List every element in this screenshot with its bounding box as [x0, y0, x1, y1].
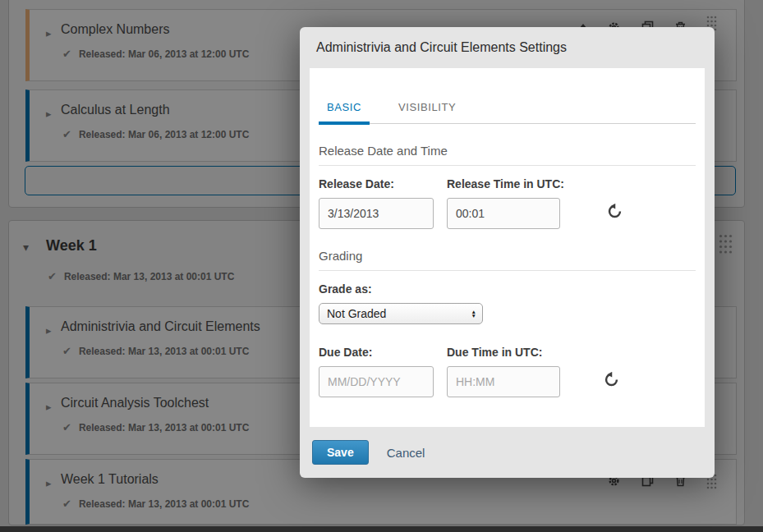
- due-time-field: Due Time in UTC:: [447, 346, 560, 397]
- modal-body: BASIC VISIBILITY Release Date and Time R…: [310, 68, 705, 427]
- release-section-heading: Release Date and Time: [319, 144, 696, 166]
- modal-footer: Save Cancel: [300, 427, 715, 478]
- due-date-label: Due Date:: [319, 346, 434, 359]
- settings-modal: Administrivia and Circuit Elements Setti…: [300, 27, 715, 478]
- modal-title: Administrivia and Circuit Elements Setti…: [316, 40, 567, 55]
- release-time-field: Release Time in UTC:: [447, 177, 564, 229]
- grade-as-label: Grade as:: [319, 282, 696, 296]
- release-time-label: Release Time in UTC:: [447, 177, 564, 190]
- cancel-link[interactable]: Cancel: [387, 446, 425, 460]
- reset-due-icon[interactable]: [603, 372, 619, 388]
- due-time-label: Due Time in UTC:: [447, 346, 560, 359]
- release-date-field: Release Date:: [319, 177, 434, 229]
- save-button[interactable]: Save: [312, 440, 369, 465]
- release-time-input[interactable]: [447, 198, 560, 229]
- modal-header: Administrivia and Circuit Elements Setti…: [300, 27, 715, 68]
- tab-bar: BASIC VISIBILITY: [319, 101, 696, 124]
- due-date-input[interactable]: [319, 366, 434, 397]
- reset-release-icon[interactable]: [607, 204, 623, 220]
- screen: ▸ Complex Numbers ✔ Released: Mar 06, 20…: [0, 0, 763, 532]
- due-fields: Due Date: Due Time in UTC:: [319, 346, 696, 397]
- grade-select-value: Not Graded: [327, 307, 386, 320]
- release-date-input[interactable]: [319, 198, 434, 229]
- release-date-label: Release Date:: [319, 177, 434, 190]
- due-time-input[interactable]: [447, 366, 560, 397]
- select-arrows-icon: ▲ ▼: [471, 310, 476, 318]
- release-fields: Release Date: Release Time in UTC:: [319, 177, 696, 229]
- due-date-field: Due Date:: [319, 346, 434, 397]
- tab-visibility[interactable]: VISIBILITY: [390, 101, 464, 123]
- grading-section-heading: Grading: [319, 249, 696, 271]
- tab-basic[interactable]: BASIC: [319, 101, 370, 125]
- grade-select[interactable]: Not Graded ▲ ▼: [319, 303, 483, 324]
